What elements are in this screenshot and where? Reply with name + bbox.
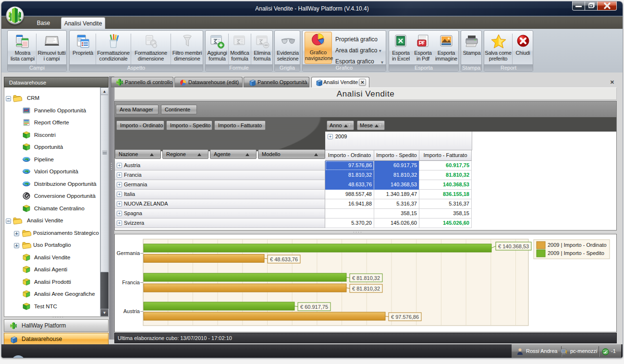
svg-text:€ 97.576,86: € 97.576,86 bbox=[391, 314, 419, 320]
svg-text:€ 81.810,32: € 81.810,32 bbox=[352, 286, 380, 291]
svg-text:2009 | Importo - Ordinato: 2009 | Importo - Ordinato bbox=[548, 242, 607, 248]
svg-text:Germania: Germania bbox=[117, 250, 140, 256]
svg-text:€ 81.810,32: € 81.810,32 bbox=[352, 275, 380, 281]
svg-text:Austria: Austria bbox=[123, 308, 140, 314]
svg-text:€ 60.917,75: € 60.917,75 bbox=[300, 304, 328, 310]
svg-text:2009 | Importo - Spedito: 2009 | Importo - Spedito bbox=[548, 250, 604, 256]
svg-text:€ 140.368,53: € 140.368,53 bbox=[498, 243, 529, 249]
svg-text:Francia: Francia bbox=[122, 279, 140, 285]
svg-text:€ 48.633,76: € 48.633,76 bbox=[270, 256, 298, 262]
